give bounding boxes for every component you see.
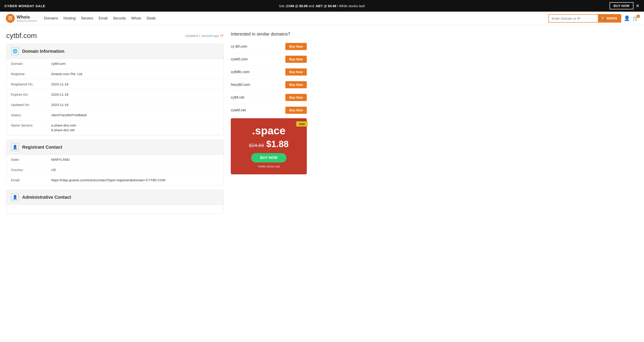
search-icon: 🔍 bbox=[602, 16, 605, 20]
registrant-contact-card-header: 👤 Registrant Contact bbox=[6, 140, 224, 154]
suggestion-domain-0: cy-tbf.com bbox=[231, 44, 247, 48]
registrant-contact-title: Registrant Contact bbox=[22, 144, 62, 150]
banner-net: .NET @ $4.98 bbox=[315, 4, 336, 8]
list-item: cytbfllc.com Buy Now bbox=[231, 66, 307, 78]
cart-button[interactable]: 🛒 0 bbox=[632, 16, 639, 21]
label-registered-on: Registered On: bbox=[11, 82, 51, 86]
sale-new-price: $1.88 bbox=[266, 139, 289, 149]
banner-com: .COM @ $9.98 bbox=[285, 4, 308, 8]
table-row: Email: https://rdap.gname.com/extra/cont… bbox=[6, 175, 224, 185]
list-item: cywbf.net Buy Now bbox=[231, 104, 307, 116]
registrant-contact-card: 👤 Registrant Contact State: MARYLAND Cou… bbox=[6, 140, 224, 185]
table-row: Name Servers: a.share-dns.com b.share-dn… bbox=[6, 120, 224, 135]
suggestion-domain-1: cywbf.com bbox=[231, 57, 248, 61]
list-item: hecytbf.com Buy Now bbox=[231, 78, 307, 91]
user-icon: 👤 bbox=[624, 16, 630, 21]
person-icon: 👤 bbox=[12, 144, 18, 150]
sale-tld: .space bbox=[235, 124, 302, 137]
logo-text: Whois bbox=[16, 14, 37, 20]
domain-info-icon: 🌐 bbox=[11, 47, 19, 55]
list-item: cywbf.com Buy Now bbox=[231, 53, 307, 66]
suggestion-buy-button-5[interactable]: Buy Now bbox=[285, 106, 307, 114]
sale-card: Sale .space $24.88 $1.88 BUY NOW *while … bbox=[231, 118, 307, 174]
table-row: Status: clientTransferProhibited bbox=[6, 110, 224, 120]
logo-link[interactable]: Whois Identity for everyone bbox=[5, 14, 37, 23]
sale-old-price: $24.88 bbox=[249, 142, 264, 148]
domain-suggestions-list: cy-tbf.com Buy Now cywbf.com Buy Now cyt… bbox=[231, 40, 307, 116]
label-name-servers: Name Servers: bbox=[11, 124, 51, 127]
value-domain: cytbf.com bbox=[51, 62, 219, 66]
label-expires-on: Expires On: bbox=[11, 92, 51, 96]
suggestion-buy-button-3[interactable]: Buy Now bbox=[285, 81, 307, 88]
label-domain: Domain: bbox=[11, 62, 51, 66]
whois-search-button[interactable]: 🔍 WHOIS bbox=[598, 14, 621, 22]
www-icon: 🌐 bbox=[12, 49, 18, 54]
table-row: Expires On: 2024-11-18 bbox=[6, 90, 224, 100]
value-state: MARYLAND bbox=[51, 158, 219, 162]
sale-disclaimer: *while stocks last bbox=[235, 165, 302, 168]
banner-close-button[interactable]: ✕ bbox=[636, 3, 640, 8]
nav-deals[interactable]: Deals bbox=[146, 16, 156, 20]
admin-contact-title: Administrative Contact bbox=[22, 195, 71, 200]
value-updated-on: 2023-11-18 bbox=[51, 103, 219, 106]
admin-person-icon: 👤 bbox=[12, 195, 18, 200]
page-title: cytbf.com bbox=[6, 32, 37, 40]
search-input[interactable] bbox=[549, 15, 598, 22]
nav-servers[interactable]: Servers bbox=[81, 16, 93, 20]
banner-and: and bbox=[308, 4, 315, 8]
sale-price-row: $24.88 $1.88 bbox=[235, 139, 302, 149]
value-registered-on: 2023-11-18 bbox=[51, 82, 219, 86]
domain-info-card-header: 🌐 Domain Information bbox=[6, 44, 224, 58]
content-area: cytbf.com Updated 1 second ago ⟳ 🌐 Domai… bbox=[6, 32, 224, 218]
registrant-icon: 👤 bbox=[11, 143, 19, 151]
label-state: State: bbox=[11, 158, 51, 162]
suggestion-buy-button-4[interactable]: Buy Now bbox=[285, 94, 307, 101]
table-row: Registrar: Gname.com Pte. Ltd. bbox=[6, 69, 224, 79]
suggestion-buy-button-2[interactable]: Buy Now bbox=[285, 68, 307, 76]
cart-badge: 0 bbox=[636, 14, 640, 18]
table-row: State: MARYLAND bbox=[6, 154, 224, 165]
user-account-button[interactable]: 👤 bbox=[624, 16, 630, 21]
label-updated-on: Updated On: bbox=[11, 103, 51, 106]
sidebar: Interested in similar domains? cy-tbf.co… bbox=[231, 32, 307, 218]
value-registrar: Gname.com Pte. Ltd. bbox=[51, 72, 219, 76]
nav-hosting[interactable]: Hosting bbox=[64, 16, 76, 20]
name-server-1: a.share-dns.com bbox=[51, 124, 219, 127]
value-country: US bbox=[51, 168, 219, 172]
main-container: cytbf.com Updated 1 second ago ⟳ 🌐 Domai… bbox=[0, 25, 313, 224]
banner-buy-now-button[interactable]: BUY NOW bbox=[610, 2, 634, 10]
header-right: 🔍 WHOIS 👤 🛒 0 bbox=[548, 14, 639, 22]
domain-info-card: 🌐 Domain Information Domain: cytbf.com R… bbox=[6, 44, 224, 135]
value-email: https://rdap.gname.com/extra/contact?typ… bbox=[51, 178, 219, 182]
suggestion-domain-5: cywbf.net bbox=[231, 108, 246, 112]
logo-icon bbox=[5, 14, 15, 23]
registrant-contact-body: State: MARYLAND Country: US Email: https… bbox=[6, 154, 224, 185]
nav-whois[interactable]: Whois bbox=[131, 16, 141, 20]
table-row: Domain: cytbf.com bbox=[6, 58, 224, 69]
nav-domains[interactable]: Domains bbox=[44, 16, 58, 20]
table-row: Registered On: 2023-11-18 bbox=[6, 79, 224, 90]
suggestion-buy-button-0[interactable]: Buy Now bbox=[285, 43, 307, 50]
suggestion-buy-button-1[interactable]: Buy Now bbox=[285, 56, 307, 63]
banner-center-text: Get .COM @ $9.98 and .NET @ $4.98 ! Whil… bbox=[279, 4, 365, 8]
top-banner: CYBER MONDAY SALE Get .COM @ $9.98 and .… bbox=[0, 0, 644, 12]
refresh-icon[interactable]: ⟳ bbox=[220, 33, 224, 38]
banner-pre: Get bbox=[279, 4, 285, 8]
value-name-servers: a.share-dns.com b.share-dns.net bbox=[51, 124, 219, 132]
label-registrar: Registrar: bbox=[11, 72, 51, 76]
sale-buy-now-button[interactable]: BUY NOW bbox=[251, 153, 286, 162]
admin-contact-card: 👤 Administrative Contact bbox=[6, 190, 224, 214]
admin-contact-body bbox=[6, 204, 224, 214]
list-item: cy-tbf.com Buy Now bbox=[231, 40, 307, 53]
suggestion-domain-2: cytbfllc.com bbox=[231, 70, 250, 74]
banner-sale-text: CYBER MONDAY SALE bbox=[4, 4, 46, 8]
nav-security[interactable]: Security bbox=[113, 16, 126, 20]
table-row: Updated On: 2023-11-18 bbox=[6, 100, 224, 110]
label-country: Country: bbox=[11, 168, 51, 172]
nav-email[interactable]: Email bbox=[98, 16, 108, 20]
domain-info-body: Domain: cytbf.com Registrar: Gname.com P… bbox=[6, 58, 224, 135]
name-server-2: b.share-dns.net bbox=[51, 128, 219, 132]
page-title-row: cytbf.com Updated 1 second ago ⟳ bbox=[6, 32, 224, 40]
suggestion-domain-3: hecytbf.com bbox=[231, 83, 250, 87]
suggestion-domain-4: cytbf.net bbox=[231, 96, 244, 100]
